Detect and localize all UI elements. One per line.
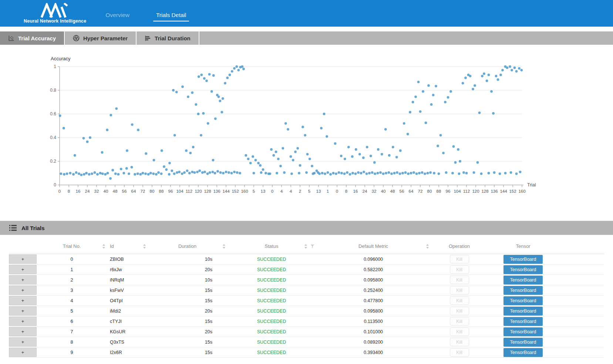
svg-text:144: 144 [222, 189, 230, 193]
svg-text:40: 40 [381, 189, 386, 193]
duration-cell: 20s [148, 267, 227, 272]
tensorboard-button[interactable]: TensorBoard [503, 265, 543, 274]
row-expander-button[interactable]: + [9, 275, 37, 284]
tensorboard-button[interactable]: TensorBoard [503, 317, 543, 326]
tensorboard-button[interactable]: TensorBoard [503, 338, 543, 347]
svg-text:1: 1 [54, 64, 56, 69]
row-expander-button[interactable]: + [9, 296, 37, 305]
tensorboard-button[interactable]: TensorBoard [503, 327, 543, 336]
kill-button[interactable]: Kill [450, 255, 469, 263]
kill-button[interactable]: Kill [450, 307, 469, 315]
sort-icon[interactable] [102, 244, 105, 249]
accuracy-chart: Accuracy 00.20.40.60.8108162432404856647… [0, 55, 613, 203]
header-default-metric[interactable]: Default Metric [316, 239, 431, 254]
svg-text:64: 64 [131, 189, 136, 193]
svg-text:24: 24 [85, 189, 90, 193]
metric-cell: 0.477800 [316, 298, 431, 303]
status-badge: SUCCEEDED [227, 298, 316, 303]
svg-text:56: 56 [122, 189, 127, 193]
svg-text:120: 120 [472, 189, 479, 193]
header-trial-no[interactable]: Trial No. [37, 239, 107, 254]
table-row: + 5 iMdi2 20s SUCCEEDED 0.095800 Kill Te… [9, 306, 604, 316]
sort-icon[interactable] [426, 244, 429, 249]
svg-text:32: 32 [372, 189, 377, 193]
row-expander-button[interactable]: + [9, 255, 37, 264]
metric-cell: 0.252400 [316, 288, 431, 293]
svg-text:152: 152 [232, 189, 239, 193]
trial-id-cell: iNRqM [107, 277, 148, 283]
duration-cell: 15s [148, 340, 227, 345]
svg-text:136: 136 [491, 189, 498, 193]
tensorboard-button[interactable]: TensorBoard [503, 276, 543, 284]
tab-overview[interactable]: Overview [102, 12, 132, 21]
row-expander-button[interactable]: + [9, 286, 37, 295]
svg-text:0: 0 [54, 182, 56, 188]
svg-text:16: 16 [353, 189, 358, 193]
kill-button[interactable]: Kill [450, 348, 469, 357]
row-expander-button[interactable]: + [9, 337, 37, 347]
kill-button[interactable]: Kill [450, 276, 469, 284]
section-title: All Trials [21, 225, 45, 231]
row-expander-button[interactable]: + [9, 327, 37, 336]
row-expander-button[interactable]: + [9, 265, 37, 274]
all-trials-bar: All Trials [0, 221, 613, 235]
subtab-hyper-parameter[interactable]: Hyper Parameter [65, 31, 137, 45]
svg-text:0.2: 0.2 [50, 159, 56, 164]
status-badge: SUCCEEDED [227, 257, 316, 262]
row-expander-button[interactable]: + [9, 306, 37, 316]
svg-text:88: 88 [159, 189, 164, 193]
row-expander-button[interactable]: + [9, 317, 37, 326]
kill-button[interactable]: Kill [450, 338, 469, 346]
kill-button[interactable]: Kill [450, 317, 469, 326]
svg-text:8: 8 [345, 189, 347, 193]
tab-trials-detail[interactable]: Trials Detail [153, 12, 189, 21]
header-status[interactable]: Status [227, 239, 316, 254]
sort-icon[interactable] [143, 244, 146, 249]
kill-button[interactable]: Kill [450, 286, 469, 294]
svg-text:80: 80 [427, 189, 432, 193]
table-row: + 6 cTYJI 15s SUCCEEDED 0.113500 Kill Te… [9, 316, 604, 327]
row-expander-button[interactable]: + [9, 348, 37, 357]
duration-cell: 15s [148, 319, 227, 324]
sort-icon[interactable] [222, 244, 226, 249]
svg-text:128: 128 [204, 189, 211, 193]
status-badge: SUCCEEDED [227, 267, 316, 272]
nni-logo: Neural Network Intelligence [24, 3, 86, 24]
header-id[interactable]: Id [107, 239, 148, 254]
kill-button[interactable]: Kill [450, 296, 469, 305]
trials-table-body: + 0 ZBIOB 10s SUCCEEDED 0.096000 Kill Te… [9, 254, 604, 358]
svg-text:160: 160 [518, 189, 525, 193]
list-icon [9, 224, 17, 232]
sort-icon[interactable] [304, 244, 307, 249]
duration-bars-icon [145, 35, 151, 41]
svg-text:0.4: 0.4 [50, 135, 56, 140]
svg-text:0.8: 0.8 [50, 88, 56, 93]
metric-cell: 0.582200 [316, 267, 431, 272]
header-duration[interactable]: Duration [148, 239, 227, 254]
subtab-label: Trial Duration [155, 35, 191, 41]
tensorboard-button[interactable]: TensorBoard [503, 296, 543, 305]
table-row: + 8 Q3xTS 15s SUCCEEDED 0.089200 Kill Te… [9, 337, 604, 347]
top-header: Neural Network Intelligence Overview Tri… [0, 0, 613, 27]
kill-button[interactable]: Kill [450, 327, 469, 336]
duration-cell: 15s [148, 298, 227, 303]
trial-id-cell: ksFwV [107, 288, 148, 293]
status-badge: SUCCEEDED [227, 277, 316, 283]
svg-text:136: 136 [213, 189, 220, 193]
subtab-trial-duration[interactable]: Trial Duration [137, 31, 199, 45]
svg-text:112: 112 [463, 189, 470, 193]
kill-button[interactable]: Kill [450, 265, 469, 274]
trial-no-cell: 7 [37, 329, 107, 334]
tensorboard-button[interactable]: TensorBoard [503, 307, 543, 316]
trial-no-cell: 8 [37, 340, 107, 345]
svg-text:104: 104 [176, 189, 183, 193]
tensorboard-button[interactable]: TensorBoard [503, 348, 543, 357]
filter-icon[interactable] [310, 244, 314, 248]
table-row: + 3 ksFwV 15s SUCCEEDED 0.252400 Kill Te… [9, 285, 604, 296]
subtab-trial-accuracy[interactable]: Trial Accuracy [0, 31, 65, 45]
svg-text:2: 2 [299, 189, 301, 193]
tensorboard-button[interactable]: TensorBoard [503, 286, 543, 295]
table-row: + 2 iNRqM 10s SUCCEEDED 0.095800 Kill Te… [9, 275, 604, 285]
tensorboard-button[interactable]: TensorBoard [503, 255, 543, 264]
trial-id-cell: cTYJI [107, 319, 148, 324]
